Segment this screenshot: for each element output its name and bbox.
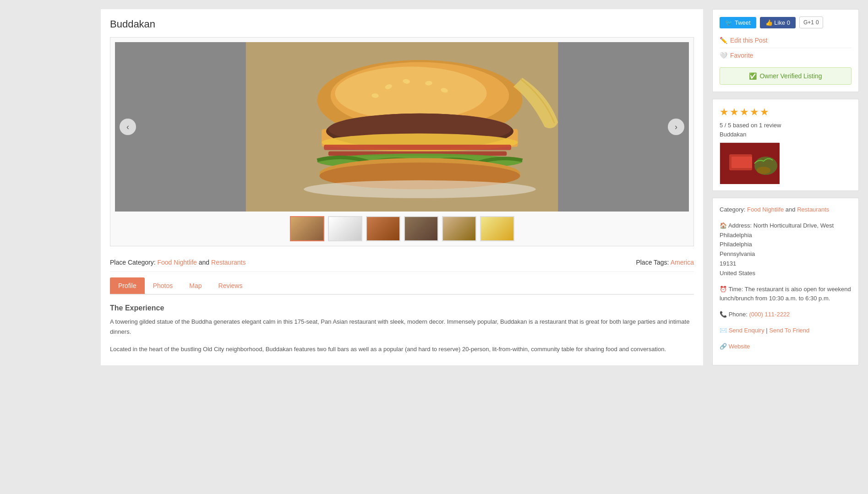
tags-section: Place Tags: America [636,259,694,266]
info-category-food[interactable]: Food Nightlife [747,206,784,213]
stars-container: ★ ★ ★ ★ ★ [720,106,852,118]
description-2: Located in the heart of the bustling Old… [110,344,694,354]
phone-label: Phone: [729,311,748,318]
category-and: and [199,259,211,266]
tweet-label: Tweet [735,19,751,26]
send-to-friend-link[interactable]: Send To Friend [769,327,809,334]
thumbnail-5[interactable] [442,216,476,241]
link-icon: 🔗 [720,343,729,350]
thumbnail-strip [115,216,689,241]
time-label: Time: [728,286,743,293]
info-panel: Category: Food Nightlife and Restaurants… [712,198,859,365]
main-image: ‹ › [115,42,689,212]
owner-verified-badge: ✅ Owner Verified Listing [720,67,852,85]
svg-point-18 [304,180,535,198]
review-image [720,142,779,184]
rating-count: 1 [759,122,762,129]
rating-base: based on [733,122,758,129]
phone-icon: 📞 [720,311,729,318]
description-1: A towering gilded statue of the Buddha g… [110,317,694,337]
tab-profile[interactable]: Profile [110,277,145,294]
gplus-label: G+1 [803,19,814,26]
main-content: Buddakan [101,9,703,365]
favorite-link[interactable]: 🤍 Favorite [720,48,852,63]
twitter-icon: 🐦 [725,19,732,26]
facebook-icon: 👍 [765,19,773,26]
like-label: Like 0 [774,19,790,26]
thumbnail-6[interactable] [480,216,514,241]
category-food-nightlife[interactable]: Food Nightlife [158,259,197,266]
thumbnail-1[interactable] [290,216,324,241]
post-title: Buddakan [110,18,694,30]
home-icon: 🏠 [720,222,728,229]
next-image-button[interactable]: › [668,119,684,135]
time-info-row: ⏰ Time: The restaurant is also open for … [720,285,852,304]
edit-post-link[interactable]: ✏️ Edit this Post [720,33,852,48]
social-panel: 🐦 Tweet 👍 Like 0 G+1 0 ✏️ Edit this Post… [712,9,859,92]
social-buttons: 🐦 Tweet 👍 Like 0 G+1 0 [720,16,852,28]
category-label: Place Category: [110,259,156,266]
enquiry-row: ✉️ Send Enquiry | Send To Friend [720,326,852,336]
left-sidebar [9,9,92,365]
info-category-and: and [786,206,797,213]
heart-icon: 🤍 [720,52,727,59]
rating-text: 5 / 5 based on 1 review [720,122,852,129]
thumbnail-3[interactable] [366,216,400,241]
gplus-button[interactable]: G+1 0 [799,16,823,28]
star-1: ★ [720,106,729,118]
right-sidebar: 🐦 Tweet 👍 Like 0 G+1 0 ✏️ Edit this Post… [712,9,859,365]
star-5: ★ [760,106,769,118]
svg-point-3 [335,67,486,120]
phone-number: (000) 111-2222 [749,311,790,318]
clock-icon: ⏰ [720,286,728,293]
tab-photos[interactable]: Photos [145,277,181,294]
send-enquiry-link[interactable]: Send Enquiry [729,327,764,334]
svg-rect-13 [324,145,511,150]
pencil-icon: ✏️ [720,37,727,44]
category-restaurants[interactable]: Restaurants [211,259,246,266]
check-icon: ✅ [749,72,757,80]
website-link[interactable]: Website [729,343,750,350]
thumbnail-2[interactable] [328,216,362,241]
verified-label: Owner Verified Listing [759,72,822,80]
image-gallery: ‹ › [110,37,694,246]
rating-score: 5 / 5 [720,122,731,129]
edit-label: Edit this Post [730,37,768,44]
prev-image-button[interactable]: ‹ [120,119,136,135]
address-info-row: 🏠 Address: North Horticultural Drive, We… [720,221,852,278]
thumbnail-4[interactable] [404,216,438,241]
star-2: ★ [730,106,739,118]
gplus-count: 0 [816,19,819,26]
svg-rect-21 [732,157,752,168]
section-title: The Experience [110,304,694,312]
tab-reviews[interactable]: Reviews [210,277,251,294]
email-icon: ✉️ [720,327,729,334]
like-button[interactable]: 👍 Like 0 [760,17,796,28]
star-3: ★ [740,106,749,118]
rating-name: Buddakan [720,131,852,138]
category-section: Place Category: Food Nightlife and Resta… [110,259,246,266]
favorite-label: Favorite [730,52,753,59]
star-4: ★ [750,106,759,118]
profile-content: The Experience A towering gilded statue … [110,304,694,354]
info-category-restaurants[interactable]: Restaurants [797,206,829,213]
tags-label: Place Tags: [636,259,669,266]
phone-info-row: 📞 Phone: (000) 111-2222 [720,310,852,320]
category-info-label: Category: [720,206,745,213]
tweet-button[interactable]: 🐦 Tweet [720,17,756,28]
tab-map[interactable]: Map [181,277,210,294]
tabs-container: Profile Photos Map Reviews [110,277,694,295]
svg-point-23 [757,167,770,174]
tag-america[interactable]: America [671,259,694,266]
place-meta: Place Category: Food Nightlife and Resta… [110,253,694,272]
category-info-row: Category: Food Nightlife and Restaurants [720,205,852,215]
rating-label: review [764,122,781,129]
address-label: Address: [728,222,752,229]
burger-image [115,42,689,212]
website-row: 🔗 Website [720,342,852,352]
rating-panel: ★ ★ ★ ★ ★ 5 / 5 based on 1 review Buddak… [712,99,859,191]
